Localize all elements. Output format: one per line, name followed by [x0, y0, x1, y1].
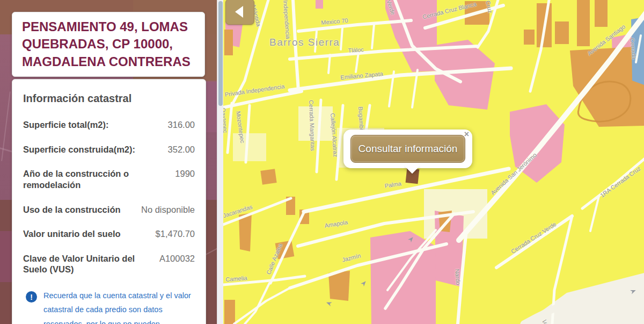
sidebar-scrollbar[interactable]: [217, 0, 223, 324]
street-label: Tláloc: [348, 46, 364, 54]
field-value: 352.00: [168, 144, 195, 155]
scrollbar-thumb[interactable]: [218, 1, 223, 106]
consultar-informacion-button[interactable]: Consultar información: [350, 135, 465, 163]
collapse-sidebar-button[interactable]: [225, 0, 254, 25]
field-label: Año de la construcción o remodelación: [23, 168, 144, 190]
field-value: A100032: [159, 253, 195, 264]
property-address: PENSAMIENTO 49, LOMAS QUEBRADAS, CP 1000…: [22, 18, 195, 70]
field-value: 316.00: [168, 119, 195, 131]
field-value: 1990: [175, 168, 195, 179]
section-heading: Información catastral: [23, 92, 195, 105]
field-label: Uso de la construcción: [23, 204, 121, 215]
field-label: Clave de Valor Unitario del Suelo (VUS): [23, 253, 144, 275]
map-canvas[interactable]: Barros Sierra Mexico 70 Tláloc Emiliano …: [223, 0, 644, 324]
chevron-left-icon: [235, 6, 243, 18]
cadastral-app: PENSAMIENTO 49, LOMAS QUEBRADAS, CP 1000…: [0, 0, 644, 324]
info-row-uso-construccion: Uso de la construcción No disponible: [23, 204, 195, 215]
info-row-superficie-total: Superficie total(m2): 316.00: [23, 119, 195, 131]
info-icon: !: [26, 291, 37, 303]
address-card: PENSAMIENTO 49, LOMAS QUEBRADAS, CP 1000…: [12, 12, 205, 77]
close-icon[interactable]: ×: [464, 130, 469, 139]
info-row-clave-vus: Clave de Valor Unitario del Suelo (VUS) …: [23, 253, 195, 275]
cadastral-info-card: Información catastral Superficie total(m…: [12, 79, 206, 324]
field-label: Valor unitario del suelo: [23, 228, 121, 240]
privacy-note-text: Recuerda que la cuenta catastral y el va…: [43, 289, 195, 324]
field-label: Superficie construida(m2):: [23, 144, 135, 155]
map-popup: Consultar información ×: [343, 129, 472, 168]
field-value: $1,470.70: [156, 228, 195, 240]
sidebar-map-underlay: [0, 231, 12, 282]
privacy-note: ! Recuerda que la cuenta catastral y el …: [23, 289, 195, 324]
info-row-anio-construccion: Año de la construcción o remodelación 19…: [23, 168, 195, 190]
info-row-valor-unitario: Valor unitario del suelo $1,470.70: [23, 228, 195, 240]
info-row-superficie-construida: Superficie construida(m2): 352.00: [23, 144, 195, 155]
field-value: No disponible: [141, 204, 195, 215]
area-label-barros-sierra: Barros Sierra: [269, 37, 340, 48]
street-label: Nardo: [454, 269, 462, 285]
sidebar: PENSAMIENTO 49, LOMAS QUEBRADAS, CP 1000…: [0, 0, 217, 324]
field-label: Superficie total(m2):: [23, 119, 109, 131]
